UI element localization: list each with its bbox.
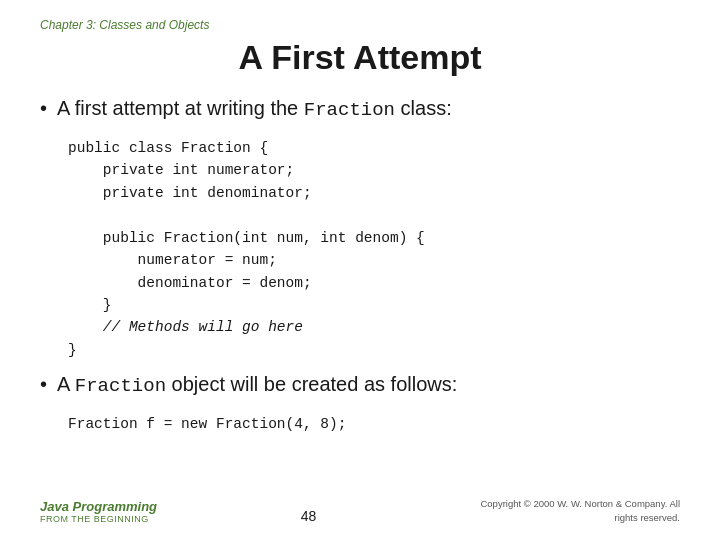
chapter-label: Chapter 3: Classes and Objects (40, 18, 680, 32)
bullet1-mono: Fraction (304, 99, 395, 121)
code-line-1-8: } (68, 294, 680, 316)
slide-title: A First Attempt (40, 38, 680, 77)
bullet-dot-1: • (40, 95, 47, 121)
code-line-1-9: // Methods will go here (68, 316, 680, 338)
code-line-1-7: denominator = denom; (68, 272, 680, 294)
footer: Java Programming FROM THE BEGINNING 48 C… (40, 491, 680, 524)
bullet-item-1: • A first attempt at writing the Fractio… (40, 95, 680, 123)
bullet-item-2: • A Fraction object will be created as f… (40, 371, 680, 399)
code-line-1-4 (68, 204, 680, 226)
bullet-dot-2: • (40, 371, 47, 397)
bullet2-after: object will be created as follows: (166, 373, 457, 395)
footer-copyright: Copyright © 2000 W. W. Norton & Company.… (460, 497, 680, 524)
slide-container: Chapter 3: Classes and Objects A First A… (0, 0, 720, 540)
code-line-1-2: private int numerator; (68, 159, 680, 181)
bullet1-after: class: (395, 97, 452, 119)
footer-brand-sub: FROM THE BEGINNING (40, 514, 149, 524)
bullet-text-1: A first attempt at writing the Fraction … (57, 95, 452, 123)
bullet1-before: A first attempt at writing the (57, 97, 304, 119)
footer-brand-title: Java Programming (40, 499, 157, 514)
bullet2-before: A (57, 373, 75, 395)
code-line-1-5: public Fraction(int num, int denom) { (68, 227, 680, 249)
code-line-1-3: private int denominator; (68, 182, 680, 204)
code-block-2: Fraction f = new Fraction(4, 8); (68, 413, 680, 435)
bullet-text-2: A Fraction object will be created as fol… (57, 371, 457, 399)
bullet2-mono: Fraction (75, 375, 166, 397)
footer-page-number: 48 (301, 508, 317, 524)
code-line-1-6: numerator = num; (68, 249, 680, 271)
code-block-1: public class Fraction { private int nume… (68, 137, 680, 362)
code-line-1-1: public class Fraction { (68, 137, 680, 159)
code-line-2-1: Fraction f = new Fraction(4, 8); (68, 413, 680, 435)
slide-content: • A first attempt at writing the Fractio… (40, 95, 680, 481)
code-line-1-10: } (68, 339, 680, 361)
footer-brand: Java Programming FROM THE BEGINNING (40, 499, 157, 524)
